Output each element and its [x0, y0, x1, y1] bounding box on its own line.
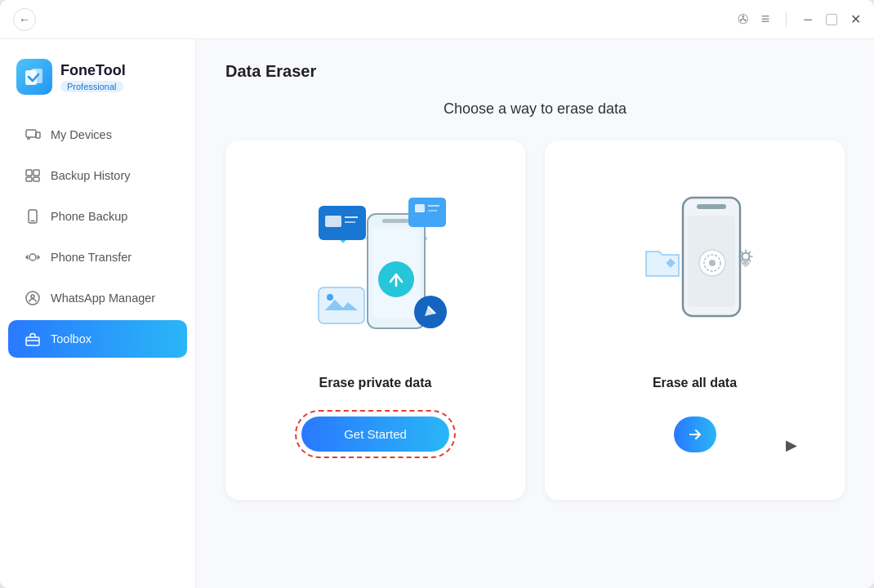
devices-icon: [25, 127, 41, 143]
svg-rect-28: [408, 198, 446, 227]
history-icon: [25, 167, 41, 184]
sidebar-item-label: Phone Transfer: [51, 251, 132, 264]
sidebar-item-label: Phone Backup: [51, 210, 127, 223]
cursor: ▶: [786, 436, 797, 454]
whatsapp-icon: [25, 290, 41, 306]
brand-badge: Professional: [60, 81, 123, 92]
svg-rect-3: [36, 132, 40, 138]
settings-icon[interactable]: ✇: [738, 11, 748, 27]
svg-rect-22: [382, 219, 410, 223]
svg-rect-41: [697, 204, 726, 209]
svg-point-12: [29, 254, 36, 261]
toolbox-icon: [25, 331, 41, 347]
main-content: Data Eraser Choose a way to erase data: [196, 39, 874, 588]
brand: FoneTool Professional: [0, 52, 195, 114]
transfer-icon: [25, 249, 41, 265]
erase-all-illustration: [613, 173, 777, 353]
sidebar-item-phone-backup[interactable]: Phone Backup: [8, 198, 187, 235]
back-button[interactable]: ←: [13, 8, 36, 31]
svg-point-35: [327, 294, 333, 301]
sidebar-item-label: WhatsApp Manager: [51, 292, 155, 305]
close-button[interactable]: ✕: [850, 11, 861, 27]
brand-name: FoneTool: [60, 62, 126, 79]
svg-rect-2: [26, 130, 36, 137]
maximize-button[interactable]: [826, 14, 837, 25]
sidebar-item-my-devices[interactable]: My Devices: [8, 116, 187, 154]
erase-all-arrow-button[interactable]: [674, 416, 716, 452]
titlebar-left: ←: [13, 8, 36, 31]
svg-rect-8: [26, 177, 32, 181]
sidebar-item-whatsapp-manager[interactable]: WhatsApp Manager: [8, 279, 187, 317]
svg-rect-6: [26, 170, 32, 176]
sidebar-item-label: Backup History: [51, 169, 131, 182]
sidebar-item-label: My Devices: [51, 128, 112, 141]
erase-all-title: Erase all data: [653, 376, 737, 390]
menu-icon[interactable]: ≡: [761, 11, 770, 28]
content-area: FoneTool Professional My Devices: [0, 39, 874, 588]
sidebar-item-label: Toolbox: [51, 332, 91, 345]
erase-private-card: Erase private data Get Started: [225, 140, 525, 500]
erase-all-card: Erase all data ▶: [545, 140, 845, 500]
svg-rect-25: [325, 216, 341, 227]
svg-point-45: [709, 260, 716, 266]
svg-rect-29: [415, 204, 425, 212]
svg-rect-34: [319, 287, 364, 323]
app-window: ← ✇ ≡ − ✕ FoneTool: [0, 0, 874, 588]
phone-backup-icon: [25, 208, 41, 225]
cards-row: Erase private data Get Started: [225, 140, 845, 500]
sidebar-item-phone-transfer[interactable]: Phone Transfer: [8, 238, 187, 276]
erase-private-title: Erase private data: [319, 376, 432, 390]
page-title: Data Eraser: [225, 62, 845, 81]
brand-logo: [16, 59, 52, 95]
minimize-button[interactable]: −: [803, 11, 813, 28]
sidebar-item-toolbox[interactable]: Toolbox: [8, 320, 187, 358]
get-started-button[interactable]: Get Started: [301, 416, 449, 452]
svg-point-14: [31, 295, 34, 298]
sidebar: FoneTool Professional My Devices: [0, 39, 196, 588]
section-heading: Choose a way to erase data: [225, 100, 845, 118]
titlebar: ← ✇ ≡ − ✕: [0, 0, 874, 39]
brand-text: FoneTool Professional: [60, 62, 126, 92]
svg-rect-9: [33, 177, 39, 181]
get-started-wrapper: Get Started: [301, 416, 449, 452]
svg-rect-7: [33, 170, 39, 176]
svg-rect-15: [26, 337, 39, 345]
erase-private-illustration: [294, 173, 457, 353]
sidebar-item-backup-history[interactable]: Backup History: [8, 157, 187, 194]
titlebar-controls: ✇ ≡ − ✕: [738, 11, 861, 28]
